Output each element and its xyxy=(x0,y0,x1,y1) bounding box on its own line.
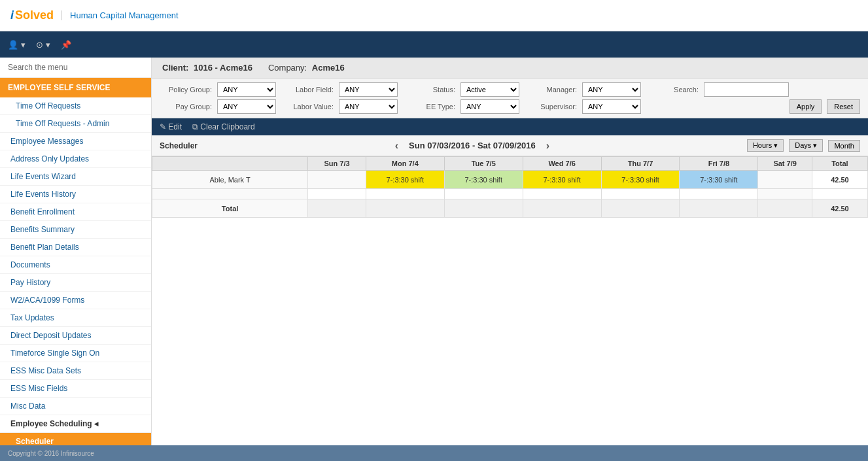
scheduler-title: Scheduler xyxy=(160,141,198,150)
cell-tue[interactable]: 7-:3:30 shift xyxy=(444,171,523,189)
main-layout: Search the menu EMPLOYEE SELF SERVICE Ti… xyxy=(0,58,868,445)
col-header-thu: Thu 7/7 xyxy=(601,157,680,171)
footer: Copyright © 2016 Infinisource xyxy=(0,445,868,461)
month-view-button[interactable]: Month xyxy=(828,140,860,152)
cell-sun[interactable] xyxy=(308,171,366,189)
col-header-tue: Tue 7/5 xyxy=(444,157,523,171)
cell-name[interactable]: Able, Mark T xyxy=(152,171,308,189)
apply-button[interactable]: Apply xyxy=(790,99,822,114)
sidebar-item-10[interactable]: Pay History xyxy=(0,274,151,292)
labor-field-select[interactable]: ANY xyxy=(339,82,398,97)
content: Client: 1016 - Acme16 Company: Acme16 Po… xyxy=(152,58,868,445)
sidebar-item-12[interactable]: Tax Updates xyxy=(0,309,151,327)
help-dropdown-arrow: ▾ xyxy=(46,40,50,50)
col-header-sun: Sun 7/3 xyxy=(308,157,366,171)
help-icon: ⊙ xyxy=(36,40,43,50)
col-header-fri: Fri 7/8 xyxy=(680,157,758,171)
filter-row-2: Pay Group: ANY Labor Value: ANY EE Type:… xyxy=(160,99,860,114)
ee-type-label: EE Type: xyxy=(403,103,455,111)
total-cell-3 xyxy=(444,199,523,218)
labor-field-label: Labor Field: xyxy=(281,86,334,94)
cell-wed[interactable]: 7-:3:30 shift xyxy=(523,171,601,189)
total-cell-5 xyxy=(601,199,680,218)
user-dropdown-arrow: ▾ xyxy=(21,40,26,50)
table-row: Able, Mark T7-:3:30 shift7-:3:30 shift7-… xyxy=(152,171,868,189)
sidebar-item-1[interactable]: Time Off Requests - Admin xyxy=(0,115,151,133)
sub-cell-4 xyxy=(523,189,601,199)
supervisor-select[interactable]: ANY xyxy=(582,99,641,114)
sidebar-item-0[interactable]: Time Off Requests xyxy=(0,97,151,115)
client-label: Client: 1016 - Acme16 xyxy=(162,63,252,73)
sidebar-item-3[interactable]: Address Only Updates xyxy=(0,150,151,168)
filter-bar: Policy Group: ANY Labor Field: ANY Statu… xyxy=(152,78,868,118)
sidebar-item-15[interactable]: ESS Misc Data Sets xyxy=(0,362,151,380)
client-bar: Client: 1016 - Acme16 Company: Acme16 xyxy=(152,58,868,78)
total-cell-8: 42.50 xyxy=(812,199,867,218)
search-input[interactable] xyxy=(704,82,789,97)
policy-group-label: Policy Group: xyxy=(160,86,212,94)
sub-cell-5 xyxy=(601,189,680,199)
col-header-name xyxy=(152,157,308,171)
help-menu-button[interactable]: ⊙ ▾ xyxy=(36,40,50,50)
col-header-wed: Wed 7/6 xyxy=(523,157,601,171)
reset-button[interactable]: Reset xyxy=(827,99,860,114)
toolbar: 👤 ▾ ⊙ ▾ 📌 xyxy=(0,31,868,58)
sidebar-item-9[interactable]: Documents xyxy=(0,256,151,274)
sidebar-item-7[interactable]: Benefits Summary xyxy=(0,221,151,239)
scheduler-toolbar: ✎ Edit ⧉ Clear Clipboard xyxy=(152,118,868,135)
sidebar-item-11[interactable]: W2/ACA/1099 Forms xyxy=(0,292,151,309)
status-select[interactable]: Active ANY Inactive xyxy=(460,82,519,97)
date-range: Sun 07/03/2016 - Sat 07/09/2016 xyxy=(409,141,536,150)
user-icon: 👤 xyxy=(8,40,18,50)
sidebar-item-2[interactable]: Employee Messages xyxy=(0,133,151,150)
scheduler-date-nav: ‹ Sun 07/03/2016 - Sat 07/09/2016 › xyxy=(392,140,552,152)
sub-cell-8 xyxy=(812,189,867,199)
sidebar-item-14[interactable]: Timeforce Single Sign On xyxy=(0,345,151,362)
labor-value-select[interactable]: ANY xyxy=(339,99,398,114)
sidebar-item-18[interactable]: Employee Scheduling ◂ xyxy=(0,415,151,433)
app-title: Human Capital Management xyxy=(61,10,178,20)
ee-type-select[interactable]: ANY xyxy=(460,99,519,114)
total-cell-7 xyxy=(758,199,812,218)
section-header: EMPLOYEE SELF SERVICE xyxy=(0,78,151,97)
cell-fri[interactable]: 7-:3:30 shift xyxy=(680,171,758,189)
sidebar-item-19[interactable]: Scheduler xyxy=(0,433,151,445)
company-label: Company: Acme16 xyxy=(268,63,345,73)
logo: iSolved xyxy=(10,9,54,22)
sub-cell-6 xyxy=(680,189,758,199)
user-menu-button[interactable]: 👤 ▾ xyxy=(8,40,26,50)
total-cell-2 xyxy=(366,199,444,218)
cell-sat[interactable] xyxy=(758,171,812,189)
manager-select[interactable]: ANY xyxy=(582,82,641,97)
edit-button[interactable]: ✎ Edit xyxy=(160,122,182,131)
prev-week-button[interactable]: ‹ xyxy=(392,140,401,152)
next-week-button[interactable]: › xyxy=(544,140,552,152)
clear-clipboard-button[interactable]: ⧉ Clear Clipboard xyxy=(192,122,255,131)
hours-view-button[interactable]: Hours ▾ xyxy=(747,139,784,152)
sidebar-item-8[interactable]: Benefit Plan Details xyxy=(0,239,151,256)
scheduler-view-controls: Hours ▾ Days ▾ Month xyxy=(747,139,860,152)
table-header-row: Sun 7/3 Mon 7/4 Tue 7/5 Wed 7/6 Thu 7/7 … xyxy=(152,157,868,171)
total-cell-1 xyxy=(308,199,366,218)
search-menu: Search the menu xyxy=(0,58,151,78)
sidebar-item-13[interactable]: Direct Deposit Updates xyxy=(0,327,151,345)
manager-label: Manager: xyxy=(525,86,577,94)
sub-cell-2 xyxy=(366,189,444,199)
policy-group-select[interactable]: ANY xyxy=(217,82,276,97)
sidebar-item-16[interactable]: ESS Misc Fields xyxy=(0,380,151,398)
cell-thu[interactable]: 7-:3:30 shift xyxy=(601,171,680,189)
cell-total[interactable]: 42.50 xyxy=(812,171,867,189)
sidebar-item-17[interactable]: Misc Data xyxy=(0,398,151,415)
table-row-sub xyxy=(152,189,868,199)
logo-i: i xyxy=(10,9,14,22)
scheduler-table: Sun 7/3 Mon 7/4 Tue 7/5 Wed 7/6 Thu 7/7 … xyxy=(152,156,868,218)
sidebar-item-6[interactable]: Benefit Enrollment xyxy=(0,203,151,221)
pay-group-select[interactable]: ANY xyxy=(217,99,276,114)
scheduler-body: Able, Mark T7-:3:30 shift7-:3:30 shift7-… xyxy=(152,171,868,218)
total-cell-6 xyxy=(680,199,758,218)
sidebar-item-4[interactable]: Life Events Wizard xyxy=(0,168,151,186)
days-view-button[interactable]: Days ▾ xyxy=(789,139,823,152)
cell-mon[interactable]: 7-:3:30 shift xyxy=(366,171,444,189)
sidebar-item-5[interactable]: Life Events History xyxy=(0,186,151,203)
pin-button[interactable]: 📌 xyxy=(61,40,71,50)
